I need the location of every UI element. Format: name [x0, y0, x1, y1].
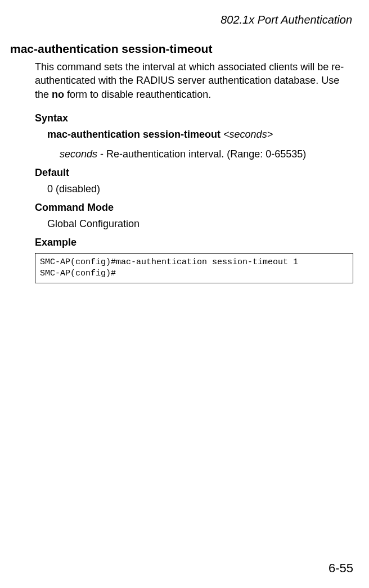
example-code: SMC-AP(config)#mac-authentication sessio… — [35, 253, 353, 284]
syntax-line: mac-authentication session-timeout <seco… — [35, 129, 353, 141]
default-label: Default — [35, 167, 353, 179]
page-number: 6-55 — [328, 561, 353, 576]
syntax-label: Syntax — [35, 112, 353, 124]
intro-paragraph: This command sets the interval at which … — [35, 60, 353, 101]
param-name: seconds — [60, 148, 97, 160]
body-content: This command sets the interval at which … — [10, 60, 353, 283]
syntax-command: mac-authentication session-timeout — [47, 129, 220, 140]
default-value: 0 (disabled) — [35, 183, 353, 195]
command-mode-label: Command Mode — [35, 202, 353, 214]
intro-bold: no — [52, 89, 64, 100]
section-title: mac-authentication session-timeout — [10, 42, 353, 56]
param-desc: - Re-authentication interval. (Range: 0-… — [97, 148, 306, 160]
syntax-arg: <seconds> — [223, 129, 273, 140]
param-line: seconds - Re-authentication interval. (R… — [35, 148, 353, 160]
running-header: 802.1x Port Authentication — [10, 13, 353, 26]
intro-post: form to disable reauthentication. — [64, 89, 211, 100]
example-label: Example — [35, 237, 353, 248]
command-mode-value: Global Configuration — [35, 218, 353, 230]
